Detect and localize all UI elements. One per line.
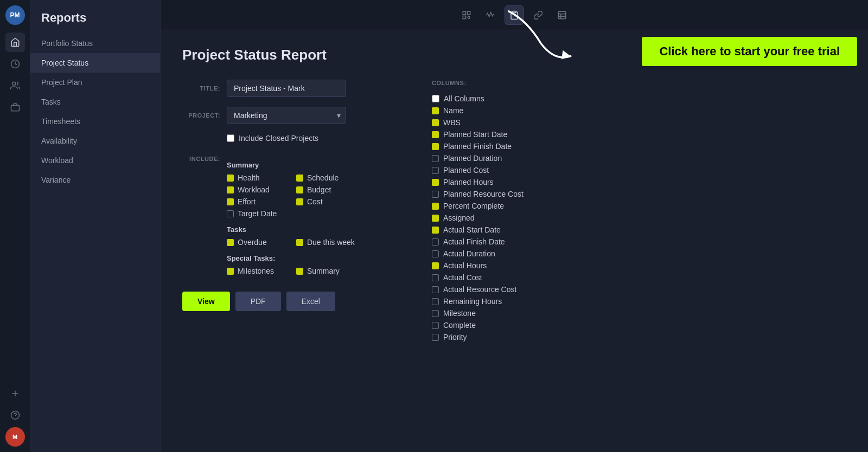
include-closed-checkbox[interactable] — [227, 134, 234, 142]
sidebar-item-project-plan[interactable]: Project Plan — [30, 73, 160, 92]
col-planned-hours-label: Planned Hours — [443, 178, 494, 186]
col-planned-duration-check — [432, 155, 439, 162]
sidebar-item-portfolio-status[interactable]: Portfolio Status — [30, 34, 160, 53]
milestones-label: Milestones — [238, 267, 274, 275]
button-row: View PDF Excel — [182, 292, 399, 317]
col-actual-finish-check — [432, 238, 439, 246]
clipboard-tool-button[interactable] — [505, 5, 524, 25]
include-section: INCLUDE: Summary Health Schedule — [182, 153, 399, 275]
col-actual-resource-cost: Actual Resource Cost — [432, 283, 838, 295]
title-input[interactable] — [227, 80, 346, 97]
special-tasks-subtitle: Special Tasks: — [227, 254, 355, 262]
col-assigned-label: Assigned — [443, 214, 475, 222]
col-milestone-label: Milestone — [443, 309, 476, 318]
col-percent-complete: Percent Complete — [432, 200, 838, 212]
waveform-tool-button[interactable] — [481, 5, 500, 25]
target-date-check — [227, 210, 234, 217]
sidebar-item-variance[interactable]: Variance — [30, 170, 160, 190]
columns-label: COLUMNS: — [432, 80, 846, 86]
col-all-columns: All Columns — [432, 93, 838, 105]
nav-add-icon[interactable] — [5, 384, 25, 403]
col-actual-cost-check — [432, 274, 439, 281]
svg-rect-8 — [468, 11, 470, 14]
svg-point-10 — [468, 16, 470, 18]
col-actual-finish-label: Actual Finish Date — [443, 237, 505, 246]
svg-rect-2 — [11, 105, 19, 111]
col-planned-cost: Planned Cost — [432, 164, 838, 176]
nav-clock-icon[interactable] — [5, 54, 25, 74]
col-complete-check — [432, 322, 439, 329]
pdf-button[interactable]: PDF — [235, 292, 281, 311]
col-planned-cost-label: Planned Cost — [443, 166, 489, 175]
report-form: TITLE: PROJECT: Marketing Include Closed — [182, 80, 399, 343]
col-remaining-hours: Remaining Hours — [432, 295, 838, 307]
project-select[interactable]: Marketing — [227, 107, 346, 124]
app-logo[interactable]: PM — [5, 5, 25, 25]
nav-people-icon[interactable] — [5, 76, 25, 95]
col-assigned: Assigned — [432, 212, 838, 224]
col-wbs: WBS — [432, 117, 838, 128]
summary-effort: Effort — [227, 197, 285, 206]
user-avatar[interactable]: M — [5, 427, 25, 447]
col-remaining-hours-check — [432, 298, 439, 305]
title-row: TITLE: — [182, 80, 399, 97]
col-all-columns-checkbox[interactable] — [432, 95, 439, 102]
col-planned-start: Planned Start Date — [432, 128, 838, 140]
tasks-overdue: Overdue — [227, 238, 285, 247]
sidebar-title: Reports — [30, 11, 160, 34]
summary-target-date: Target Date — [227, 209, 285, 218]
include-content: Summary Health Schedule — [227, 153, 355, 275]
columns-list[interactable]: All Columns Name WBS Planned Start Date — [432, 93, 846, 343]
summary-health: Health — [227, 173, 285, 182]
layout-tool-button[interactable] — [552, 5, 572, 25]
summary-grid: Health Schedule Workload — [227, 173, 355, 218]
content-area: Project Status Report TITLE: PROJECT: Ma… — [161, 30, 868, 452]
summary-check-yellow — [296, 268, 303, 275]
col-planned-cost-check — [432, 167, 439, 174]
col-actual-hours-label: Actual Hours — [443, 261, 487, 270]
col-name: Name — [432, 105, 838, 117]
col-planned-resource-cost-check — [432, 191, 439, 198]
col-milestone: Milestone — [432, 307, 838, 319]
col-planned-start-label: Planned Start Date — [443, 130, 507, 139]
col-milestone-check — [432, 310, 439, 317]
effort-label: Effort — [238, 197, 256, 206]
columns-section: COLUMNS: All Columns Name WBS — [432, 80, 846, 343]
overdue-label: Overdue — [238, 238, 267, 247]
summary-workload: Workload — [227, 185, 285, 194]
excel-button[interactable]: Excel — [286, 292, 335, 311]
health-label: Health — [238, 173, 259, 182]
sidebar-item-availability[interactable]: Availability — [30, 131, 160, 151]
col-planned-resource-cost: Planned Resource Cost — [432, 188, 838, 200]
sidebar-item-tasks[interactable]: Tasks — [30, 92, 160, 112]
col-planned-finish-label: Planned Finish Date — [443, 142, 512, 151]
due-week-label: Due this week — [307, 238, 355, 247]
col-priority-check — [432, 334, 439, 341]
nav-home-icon[interactable] — [5, 33, 25, 52]
cost-label: Cost — [307, 197, 323, 206]
sidebar-item-timesheets[interactable]: Timesheets — [30, 112, 160, 131]
col-actual-cost-label: Actual Cost — [443, 273, 482, 282]
nav-help-icon[interactable] — [5, 405, 25, 425]
due-week-check-yellow — [296, 239, 303, 246]
col-priority-label: Priority — [443, 333, 467, 341]
col-planned-finish-check — [432, 143, 439, 150]
sidebar-item-workload[interactable]: Workload — [30, 151, 160, 170]
link-tool-button[interactable] — [528, 5, 548, 25]
scan-tool-button[interactable] — [457, 5, 476, 25]
col-planned-start-check — [432, 131, 439, 138]
overdue-check-yellow — [227, 239, 234, 246]
project-select-wrapper: Marketing — [227, 107, 346, 124]
col-actual-start-label: Actual Start Date — [443, 225, 501, 234]
col-remaining-hours-label: Remaining Hours — [443, 297, 502, 306]
cta-banner[interactable]: Click here to start your free trial — [642, 37, 857, 66]
sidebar-item-project-status[interactable]: Project Status — [30, 53, 160, 73]
col-actual-finish: Actual Finish Date — [432, 236, 838, 248]
schedule-label: Schedule — [307, 173, 339, 182]
view-button[interactable]: View — [182, 292, 230, 311]
summary-special-label: Summary — [307, 267, 340, 275]
col-planned-hours-check — [432, 179, 439, 186]
svg-rect-9 — [463, 16, 465, 18]
svg-rect-12 — [558, 11, 566, 19]
nav-briefcase-icon[interactable] — [5, 98, 25, 117]
